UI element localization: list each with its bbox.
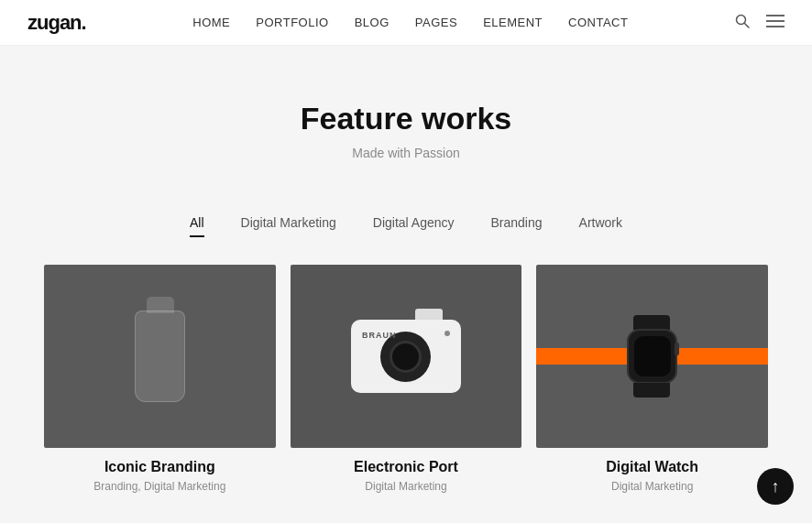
filter-tab-branding[interactable]: Branding xyxy=(491,215,543,237)
header-actions xyxy=(735,14,785,32)
camera-dot xyxy=(444,331,450,336)
nav-pages[interactable]: PAGES xyxy=(415,16,457,29)
camera-lens-inner xyxy=(390,341,422,373)
nav-contact[interactable]: CONTACT xyxy=(568,16,628,29)
bottle-illustration xyxy=(135,311,185,402)
portfolio-item-3: Digital Watch Digital Marketing xyxy=(529,265,775,511)
watch-case xyxy=(627,329,677,384)
portfolio-image-watch[interactable] xyxy=(536,265,768,448)
nav-element[interactable]: ELEMENT xyxy=(483,16,543,29)
logo: zugan. xyxy=(27,11,86,35)
filter-tab-digital-agency[interactable]: Digital Agency xyxy=(373,215,455,237)
portfolio-title-2: Electronic Port xyxy=(291,459,522,475)
bottle-cap xyxy=(147,297,174,313)
watch-face xyxy=(634,336,671,376)
portfolio-image-bottle[interactable] xyxy=(44,265,276,448)
hamburger-menu-icon[interactable] xyxy=(766,15,785,31)
portfolio-item-2: BRAUN Electronic Port Digital Marketing xyxy=(283,265,530,511)
portfolio-image-camera[interactable]: BRAUN xyxy=(291,265,522,448)
watch-band-top xyxy=(633,315,670,330)
hero-subtitle: Made with Passion xyxy=(18,146,794,160)
portfolio-title-3: Digital Watch xyxy=(536,459,768,475)
portfolio-category-3: Digital Marketing xyxy=(536,480,768,493)
camera-brand: BRAUN xyxy=(362,331,397,340)
nav-home[interactable]: HOME xyxy=(192,16,230,29)
portfolio-title-1: Iconic Branding xyxy=(44,459,276,475)
camera-illustration: BRAUN xyxy=(351,320,461,393)
portfolio-text-2: Electronic Port Digital Marketing xyxy=(291,448,522,493)
hero-section: Feature works Made with Passion xyxy=(0,46,812,188)
portfolio-category-1: Branding, Digital Marketing xyxy=(44,480,276,493)
portfolio-item-1: Iconic Branding Branding, Digital Market… xyxy=(37,265,283,511)
nav-blog[interactable]: BLOG xyxy=(355,16,390,29)
filter-tab-artwork[interactable]: Artwork xyxy=(579,215,622,237)
nav-portfolio[interactable]: PORTFOLIO xyxy=(256,16,328,29)
header: zugan. HOME PORTFOLIO BLOG PAGES ELEMENT… xyxy=(0,0,812,46)
watch-button xyxy=(675,343,679,355)
hero-title: Feature works xyxy=(18,101,794,136)
portfolio-grid: Iconic Branding Branding, Digital Market… xyxy=(0,256,812,523)
filter-tab-all[interactable]: All xyxy=(190,215,204,237)
filter-tabs: All Digital Marketing Digital Agency Bra… xyxy=(0,188,812,256)
portfolio-category-2: Digital Marketing xyxy=(291,480,522,493)
scroll-top-icon: ↑ xyxy=(772,477,780,496)
svg-line-1 xyxy=(745,23,750,27)
portfolio-text-1: Iconic Branding Branding, Digital Market… xyxy=(44,448,276,493)
watch-illustration xyxy=(618,315,686,398)
main-nav: HOME PORTFOLIO BLOG PAGES ELEMENT CONTAC… xyxy=(192,16,628,29)
scroll-to-top-button[interactable]: ↑ xyxy=(757,468,794,505)
filter-tab-digital-marketing[interactable]: Digital Marketing xyxy=(241,215,336,237)
search-icon[interactable] xyxy=(735,14,750,32)
camera-top xyxy=(415,309,443,320)
portfolio-text-3: Digital Watch Digital Marketing xyxy=(536,448,768,493)
watch-band-bottom xyxy=(633,383,670,398)
